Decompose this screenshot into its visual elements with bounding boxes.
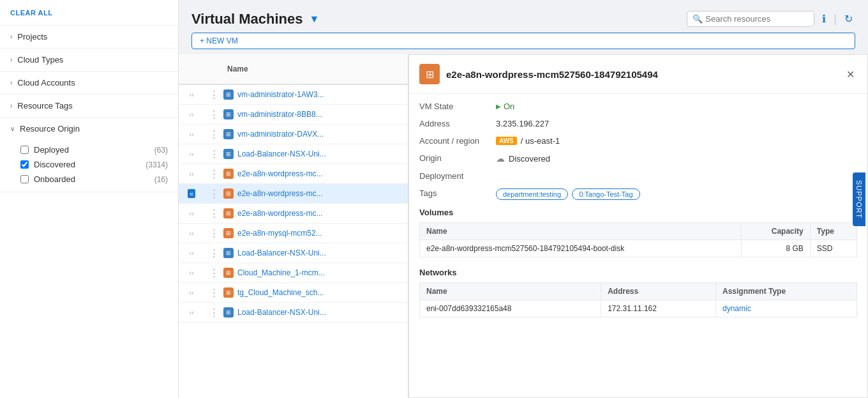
name-col-header: Name bbox=[223, 59, 408, 79]
chevron-double-icon: « bbox=[188, 189, 195, 198]
row-expand-icon[interactable]: ›› bbox=[179, 111, 204, 118]
list-item[interactable]: ›› ⋮ ⊞ vm-administrator-DAVX... bbox=[179, 125, 408, 144]
networks-row: eni-007dd639332165a48 172.31.11.162 dyna… bbox=[420, 300, 857, 318]
row-name: ⊞ e2e-a8n-wordpress-mc... bbox=[223, 208, 408, 218]
list-item[interactable]: ›› ⋮ ⊞ Load-Balancer-NSX-Uni... bbox=[179, 303, 408, 323]
support-tab[interactable]: SUPPORT bbox=[853, 172, 865, 226]
detail-panel: ⊞ e2e-a8n-wordpress-mcm527560-1847921054… bbox=[408, 54, 868, 398]
onboarded-checkbox[interactable] bbox=[20, 175, 29, 183]
row-name: ⊞ e2e-a8n-mysql-mcm52... bbox=[223, 228, 408, 238]
list-item[interactable]: ›› ⋮ ⊞ Load-Balancer-NSX-Uni... bbox=[179, 144, 408, 164]
discovered-checkbox[interactable] bbox=[20, 160, 29, 169]
main-header: Virtual Machines ▼ 🔍 ℹ | ↻ bbox=[179, 0, 868, 33]
detail-title: e2e-a8n-wordpress-mcm527560-184792105494 bbox=[446, 69, 837, 80]
row-menu-icon[interactable]: ⋮ bbox=[204, 168, 223, 180]
account-region-row: Account / region AWS / us-east-1 bbox=[419, 136, 857, 146]
cloud-accounts-header[interactable]: › Cloud Accounts bbox=[0, 72, 178, 94]
network-assignment-type: dynamic bbox=[715, 300, 857, 318]
page-title-text: Virtual Machines bbox=[191, 11, 303, 27]
vm-type-icon: ⊞ bbox=[223, 109, 234, 119]
vm-type-icon: ⊞ bbox=[223, 129, 234, 139]
row-menu-icon[interactable]: ⋮ bbox=[204, 247, 223, 259]
address-label: Address bbox=[419, 119, 496, 128]
resource-tags-header[interactable]: › Resource Tags bbox=[0, 95, 178, 117]
network-name: eni-007dd639332165a48 bbox=[420, 300, 601, 318]
row-menu-icon[interactable]: ⋮ bbox=[204, 208, 223, 219]
filter-funnel-icon[interactable]: ▼ bbox=[309, 13, 319, 25]
row-name-text: Cloud_Machine_1-mcm... bbox=[237, 268, 325, 277]
resource-tags-label: Resource Tags bbox=[17, 101, 72, 111]
row-menu-icon[interactable]: ⋮ bbox=[204, 287, 223, 298]
row-expand-icon[interactable]: « bbox=[179, 189, 204, 198]
refresh-button[interactable]: ↻ bbox=[842, 10, 855, 27]
vm-type-icon: ⊞ bbox=[223, 149, 234, 159]
network-address: 172.31.11.162 bbox=[601, 300, 716, 318]
cloud-types-label: Cloud Types bbox=[17, 55, 63, 65]
filter-section-resource-origin: ∨ Resource Origin Deployed (63) Discover… bbox=[0, 118, 178, 192]
row-name-text: tg_Cloud_Machine_sch... bbox=[237, 288, 324, 297]
discovered-count: (3314) bbox=[146, 160, 168, 169]
list-item[interactable]: ›› ⋮ ⊞ e2e-a8n-mysql-mcm52... bbox=[179, 224, 408, 243]
new-vm-button[interactable]: + NEW VM bbox=[191, 33, 855, 49]
search-box: 🔍 bbox=[687, 11, 814, 27]
row-name: ⊞ tg_Cloud_Machine_sch... bbox=[223, 287, 408, 298]
deployment-row: Deployment bbox=[419, 171, 857, 181]
row-menu-icon[interactable]: ⋮ bbox=[204, 307, 223, 318]
row-expand-icon[interactable]: ›› bbox=[179, 229, 204, 237]
vm-type-icon: ⊞ bbox=[223, 228, 234, 238]
row-expand-icon[interactable]: ›› bbox=[179, 130, 204, 138]
row-expand-icon[interactable]: ›› bbox=[179, 170, 204, 178]
main-content: Virtual Machines ▼ 🔍 ℹ | ↻ + NEW VM Name bbox=[179, 0, 868, 398]
row-expand-icon[interactable]: ›› bbox=[179, 269, 204, 277]
page-title: Virtual Machines ▼ bbox=[191, 11, 319, 27]
list-item[interactable]: ›› ⋮ ⊞ vm-administrator-8BB8... bbox=[179, 105, 408, 125]
projects-header[interactable]: › Projects bbox=[0, 26, 178, 48]
resource-origin-header[interactable]: ∨ Resource Origin bbox=[0, 118, 178, 140]
info-button[interactable]: ℹ bbox=[819, 10, 828, 27]
origin-value: ☁ Discovered bbox=[496, 153, 550, 164]
row-expand-icon[interactable]: ›› bbox=[179, 249, 204, 257]
filter-section-projects: › Projects bbox=[0, 26, 178, 49]
origin-label: Origin bbox=[419, 153, 496, 163]
chevron-right-icon: › bbox=[10, 56, 12, 63]
volume-capacity: 8 GB bbox=[741, 240, 810, 257]
row-name: ⊞ Load-Balancer-NSX-Uni... bbox=[223, 149, 408, 159]
list-item[interactable]: ›› ⋮ ⊞ e2e-a8n-wordpress-mc... bbox=[179, 164, 408, 184]
row-menu-icon[interactable]: ⋮ bbox=[204, 148, 223, 160]
row-expand-icon[interactable]: ›› bbox=[179, 91, 204, 98]
clear-all-button[interactable]: CLEAR ALL bbox=[10, 9, 52, 17]
networks-col-assignment: Assignment Type bbox=[715, 283, 857, 300]
volume-name: e2e-a8n-wordpress-mcm527560-184792105494… bbox=[420, 240, 742, 257]
list-item[interactable]: ›› ⋮ ⊞ tg_Cloud_Machine_sch... bbox=[179, 283, 408, 303]
filter-section-cloud-types: › Cloud Types bbox=[0, 49, 178, 72]
row-expand-icon[interactable]: ›› bbox=[179, 289, 204, 296]
list-item[interactable]: ›› ⋮ ⊞ vm-administrator-1AW3... bbox=[179, 85, 408, 105]
detail-vm-icon: ⊞ bbox=[419, 64, 440, 84]
row-expand-icon[interactable]: ›› bbox=[179, 210, 204, 217]
list-item[interactable]: ›› ⋮ ⊞ Cloud_Machine_1-mcm... bbox=[179, 263, 408, 283]
row-menu-icon[interactable]: ⋮ bbox=[204, 267, 223, 279]
deployed-checkbox[interactable] bbox=[20, 146, 29, 154]
list-item[interactable]: ›› ⋮ ⊞ Load-Balancer-NSX-Uni... bbox=[179, 243, 408, 263]
vm-type-icon: ⊞ bbox=[223, 208, 234, 218]
row-menu-icon[interactable]: ⋮ bbox=[204, 128, 223, 140]
row-menu-icon[interactable]: ⋮ bbox=[204, 227, 223, 239]
row-menu-icon[interactable]: ⋮ bbox=[204, 188, 223, 199]
tags-label: Tags bbox=[419, 188, 496, 198]
row-expand-icon[interactable]: ›› bbox=[179, 150, 204, 158]
volumes-col-type: Type bbox=[810, 223, 857, 240]
vm-type-icon: ⊞ bbox=[223, 188, 234, 199]
row-menu-icon[interactable]: ⋮ bbox=[204, 109, 223, 120]
deployed-label[interactable]: Deployed bbox=[34, 145, 149, 155]
close-detail-button[interactable]: ✕ bbox=[844, 66, 857, 83]
row-expand-icon[interactable]: ›› bbox=[179, 309, 204, 316]
cloud-types-header[interactable]: › Cloud Types bbox=[0, 49, 178, 71]
list-item[interactable]: ›› ⋮ ⊞ e2e-a8n-wordpress-mc... bbox=[179, 204, 408, 224]
row-menu-icon[interactable]: ⋮ bbox=[204, 89, 223, 100]
list-item[interactable]: « ⋮ ⊞ e2e-a8n-wordpress-mc... bbox=[179, 184, 408, 204]
discovered-label[interactable]: Discovered bbox=[34, 160, 140, 169]
onboarded-label[interactable]: Onboarded bbox=[34, 174, 149, 184]
row-name-text: e2e-a8n-mysql-mcm52... bbox=[237, 229, 322, 238]
networks-title: Networks bbox=[419, 268, 857, 277]
search-input[interactable] bbox=[705, 14, 809, 24]
